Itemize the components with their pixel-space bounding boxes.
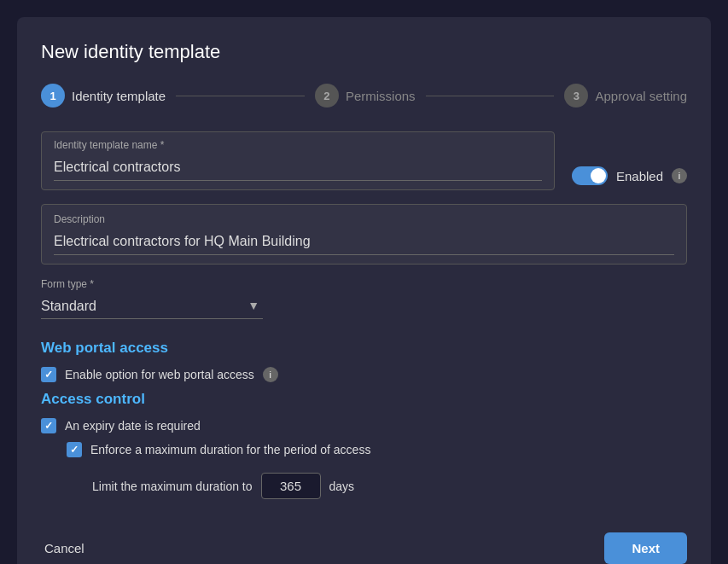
enabled-toggle[interactable] — [572, 166, 608, 185]
form-type-select[interactable]: Standard Custom — [41, 295, 263, 319]
step-3-label: Approval setting — [595, 89, 687, 103]
name-field-container: Identity template name * — [41, 131, 555, 190]
form-type-group: Form type * Standard Custom ▼ — [41, 278, 687, 319]
enforce-checkbox-row: Enforce a maximum duration for the perio… — [67, 442, 687, 457]
name-input[interactable] — [54, 156, 542, 181]
next-button[interactable]: Next — [604, 532, 687, 564]
step-line-1 — [176, 96, 305, 96]
modal-title: New identity template — [41, 41, 687, 63]
toggle-area: Enabled i — [572, 166, 687, 190]
modal: New identity template 1 Identity templat… — [17, 17, 711, 564]
step-3-circle: 3 — [564, 84, 588, 108]
enforce-checkbox-label: Enforce a maximum duration for the perio… — [90, 443, 370, 456]
name-label: Identity template name * — [54, 139, 542, 151]
step-1: 1 Identity template — [41, 84, 166, 108]
stepper: 1 Identity template 2 Permissions 3 Appr… — [41, 84, 687, 108]
footer: Cancel Next — [41, 512, 687, 564]
duration-input[interactable] — [261, 473, 321, 499]
duration-suffix: days — [329, 480, 355, 493]
web-portal-checkbox-row: Enable option for web portal access i — [41, 367, 687, 382]
toggle-label: Enabled — [616, 169, 663, 183]
step-2-label: Permissions — [346, 89, 416, 103]
web-portal-checkbox[interactable] — [41, 367, 56, 382]
expiry-checkbox[interactable] — [41, 418, 56, 433]
form-type-wrapper: Standard Custom ▼ — [41, 295, 263, 319]
toggle-info-icon[interactable]: i — [672, 168, 687, 183]
form-type-label: Form type * — [41, 278, 687, 290]
step-line-2 — [426, 96, 555, 96]
web-portal-checkbox-label: Enable option for web portal access — [65, 368, 254, 381]
expiry-checkbox-row: An expiry date is required — [41, 418, 687, 433]
description-label: Description — [54, 213, 674, 225]
step-3: 3 Approval setting — [564, 84, 687, 108]
duration-row: Limit the maximum duration to days — [92, 473, 687, 499]
duration-prefix: Limit the maximum duration to — [92, 480, 253, 493]
enforce-checkbox[interactable] — [67, 442, 82, 457]
access-control-heading: Access control — [41, 391, 687, 408]
web-portal-info-icon[interactable]: i — [263, 367, 278, 382]
step-2-circle: 2 — [315, 84, 339, 108]
cancel-button[interactable]: Cancel — [41, 534, 88, 562]
step-2: 2 Permissions — [315, 84, 416, 108]
description-box: Description — [41, 204, 687, 265]
description-input[interactable] — [54, 230, 674, 255]
expiry-checkbox-label: An expiry date is required — [65, 419, 201, 433]
step-1-label: Identity template — [72, 89, 166, 103]
web-portal-heading: Web portal access — [41, 340, 687, 357]
name-toggle-row: Identity template name * Enabled i — [41, 131, 687, 190]
step-1-circle: 1 — [41, 84, 65, 108]
